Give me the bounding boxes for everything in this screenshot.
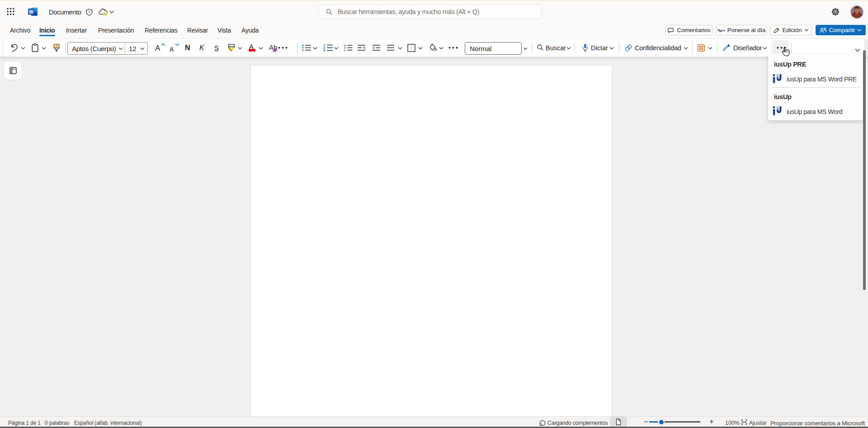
svg-text:3.: 3. bbox=[323, 49, 326, 52]
svg-text:?: ? bbox=[88, 10, 90, 14]
svg-text:W: W bbox=[29, 9, 33, 14]
